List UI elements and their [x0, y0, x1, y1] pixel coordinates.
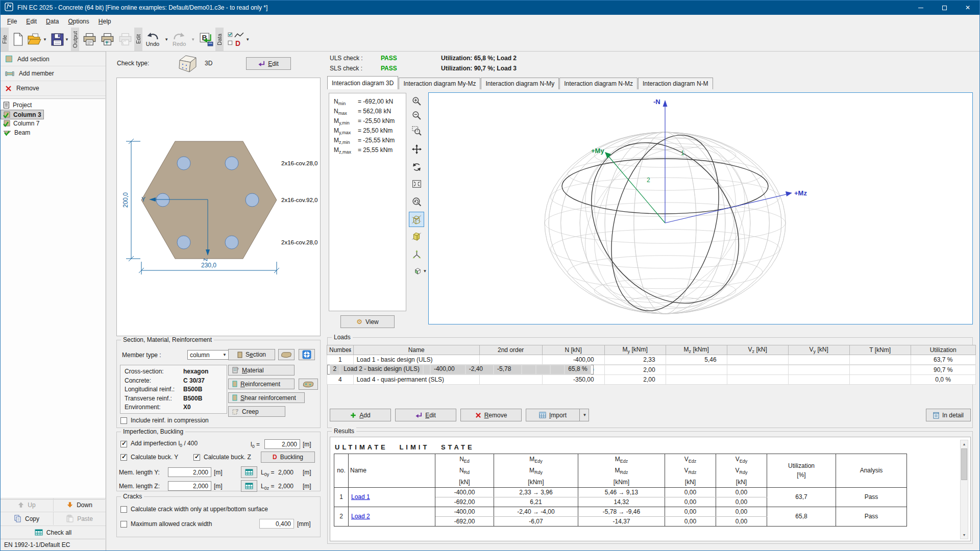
add-member-icon [5, 70, 14, 77]
creep-button[interactable]: ? Creep [228, 406, 285, 417]
buckling-button[interactable]: DBuckling [261, 452, 315, 463]
section-wheel-button[interactable] [299, 349, 315, 360]
loads-column-header[interactable]: Utilization [911, 345, 975, 355]
loads-column-header[interactable]: 2nd order [479, 345, 542, 355]
in-detail-button[interactable]: In detail [926, 409, 971, 421]
load-detail-link[interactable]: Load 1 [351, 493, 370, 500]
add-section-button[interactable]: Add section [1, 52, 106, 66]
wireframe-view-tool[interactable] [409, 212, 424, 227]
reinforcement-button[interactable]: Reinforcement [228, 379, 295, 389]
member-type-select[interactable]: column▼ [187, 350, 229, 360]
section-button[interactable]: Section [228, 349, 275, 360]
loads-row[interactable]: 1Load 1 - basic design (ULS)-400,002,335… [327, 355, 976, 365]
loads-column-header[interactable]: Number▲ [327, 345, 354, 355]
tree-item-beam[interactable]: Beam [1, 128, 105, 137]
fit-view-tool[interactable] [409, 176, 424, 191]
undo-dropdown[interactable]: ▼ [161, 28, 170, 51]
pan-tool[interactable] [409, 141, 424, 157]
undo-button[interactable]: Undo [144, 28, 161, 51]
view-preset-dropdown[interactable]: ▼ [423, 269, 427, 273]
data-dropdown[interactable]: ▼ [246, 37, 250, 42]
menu-item-help[interactable]: Help [94, 16, 116, 27]
mem-length-z-input[interactable]: 2,000 [168, 481, 211, 491]
loads-column-header[interactable]: N [kN] [542, 345, 604, 355]
edit-check-type-button[interactable]: Edit [246, 57, 291, 70]
l0-input[interactable]: 2,000 [264, 439, 300, 449]
limit-value: My,min= -25,50 kNm [334, 117, 406, 127]
load-detail-link[interactable]: Load 2 [351, 513, 370, 520]
calc-l0z-button[interactable] [241, 480, 257, 492]
add-member-button[interactable]: Add member [1, 66, 106, 81]
reinforcement-shape-button[interactable] [299, 379, 318, 390]
loads-column-header[interactable]: Vz [kN] [727, 345, 788, 355]
section-shape-button[interactable] [278, 349, 295, 360]
loads-column-header[interactable]: Name [353, 345, 479, 355]
rotate-tool[interactable] [409, 159, 424, 174]
tree-item-project[interactable]: Project [1, 101, 105, 110]
tab-0[interactable]: Interaction diagram 3D [327, 76, 398, 89]
zoom-window-tool[interactable] [409, 123, 424, 138]
check-all-button[interactable]: Check all [1, 525, 106, 539]
tree-item-column-3[interactable]: Column 3 [1, 110, 44, 119]
tab-1[interactable]: Interaction diagram My-Mz [399, 78, 480, 89]
crack-width-input[interactable]: 0,400 [259, 519, 294, 529]
loads-column-header[interactable]: Mz [kNm] [666, 345, 727, 355]
include-reinf-checkbox[interactable]: Include reinf. in compression [120, 417, 209, 424]
copy-button[interactable]: Copy [1, 512, 53, 525]
crack-width-surface-checkbox[interactable]: Calculate crack width only at upper/bott… [120, 506, 268, 513]
print-document-button[interactable] [99, 28, 116, 51]
calc-buck-y-checkbox[interactable]: Calculate buck. Y [120, 454, 178, 461]
imperfection-buckling-group: Imperfection, Buckling Add imperfection … [116, 432, 321, 491]
loads-column-header[interactable]: T [kNm] [849, 345, 911, 355]
interaction-diagram-3d-view[interactable]: -N +My +Mz 1 2 [428, 92, 973, 324]
add-imperfection-checkbox[interactable]: Add imperfection l0 / 400 [120, 440, 198, 448]
print-button[interactable] [81, 28, 99, 51]
previous-view-tool[interactable] [409, 194, 424, 209]
zoom-in-tool[interactable] [409, 93, 424, 109]
tab-4[interactable]: Interaction diagram N-M [638, 78, 713, 89]
save-button[interactable]: ▼ [49, 28, 71, 51]
material-button[interactable]: ? Material [228, 365, 295, 375]
open-dropdown[interactable]: ▼ [43, 37, 47, 42]
menu-item-data[interactable]: Data [41, 16, 63, 27]
axes-tool[interactable] [409, 246, 424, 262]
zoom-out-tool[interactable] [409, 108, 424, 123]
up-arrow-icon [18, 502, 24, 508]
export-report-button[interactable]: B [197, 28, 215, 51]
results-scrollbar[interactable]: ▲ ▼ [960, 440, 968, 539]
maximize-button[interactable] [933, 1, 956, 15]
minimize-button[interactable] [909, 1, 933, 15]
new-file-button[interactable] [10, 28, 26, 51]
menu-item-options[interactable]: Options [63, 16, 93, 27]
open-file-button[interactable]: ▼ [26, 28, 49, 51]
import-loads-button[interactable]: Import [526, 409, 580, 421]
tree-item-column-7[interactable]: Column 7 [1, 119, 105, 128]
save-dropdown[interactable]: ▼ [65, 37, 69, 42]
calc-l0y-button[interactable] [241, 466, 257, 478]
remove-load-button[interactable]: Remove [460, 409, 522, 421]
import-dropdown[interactable]: ▼ [579, 409, 589, 421]
close-button[interactable]: ✕ [956, 1, 979, 15]
edit-load-button[interactable]: Edit [395, 409, 456, 421]
section-info-row: Longitudinal reinf.:B500B [125, 385, 227, 394]
tab-2[interactable]: Interaction diagram N-My [481, 78, 559, 89]
loads-row[interactable]: 4Load 4 - quasi-permanent (SLS)-350,002,… [327, 375, 976, 385]
max-crack-width-checkbox[interactable]: Maximum allowed crack width [120, 520, 212, 528]
view-button[interactable]: ⚙View [340, 315, 395, 328]
shear-reinforcement-button[interactable]: Shear reinforcement [228, 392, 305, 403]
loads-row[interactable]: 2Load 2 - basic design (ULS)-400,00-2,40… [327, 365, 594, 374]
data-options-button[interactable]: D▼ [225, 28, 252, 51]
remove-button[interactable]: Remove [1, 81, 106, 96]
down-button[interactable]: Down [53, 498, 106, 511]
loads-column-header[interactable]: Vy [kN] [788, 345, 849, 355]
loads-column-header[interactable]: My [kNm] [604, 345, 666, 355]
menu-item-edit[interactable]: Edit [21, 16, 41, 27]
toolbar-group-file-label: File [1, 28, 9, 51]
menu-item-file[interactable]: File [3, 16, 21, 27]
solid-view-tool[interactable] [409, 229, 424, 244]
add-load-button[interactable]: Add [330, 409, 391, 421]
reinforcement-icon [232, 381, 237, 387]
calc-buck-z-checkbox[interactable]: Calculate buck. Z [193, 454, 251, 461]
mem-length-y-input[interactable]: 2,000 [168, 467, 211, 477]
tab-3[interactable]: Interaction diagram N-Mz [559, 78, 638, 89]
